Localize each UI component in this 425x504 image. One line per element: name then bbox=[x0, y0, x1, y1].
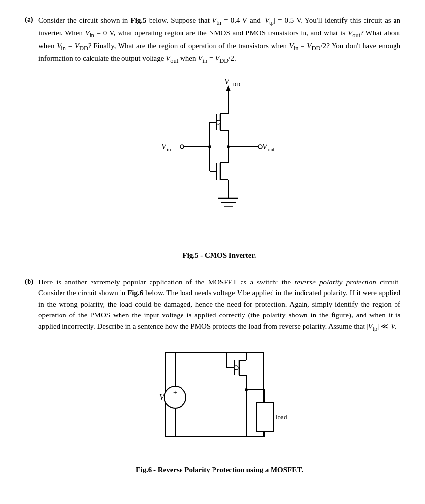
fig5-svg: V DD bbox=[141, 75, 298, 243]
problem-b-label: (b) bbox=[25, 277, 36, 285]
problem-a-text: Consider the circuit shown in Fig.5 belo… bbox=[38, 15, 400, 65]
fig6-caption: Fig.6 - Reverse Polarity Protection usin… bbox=[38, 464, 400, 475]
problem-a: (a) Consider the circuit shown in Fig.5 … bbox=[25, 15, 400, 272]
load-junction bbox=[245, 388, 248, 391]
problem-b-text: Here is another extremely popular applic… bbox=[38, 277, 400, 334]
vin-terminal bbox=[180, 145, 184, 149]
load-component bbox=[256, 402, 273, 432]
vout-terminal bbox=[258, 145, 262, 149]
fig5-caption: Fig.5 - CMOS Inverter. bbox=[38, 250, 400, 261]
output-dot bbox=[227, 145, 230, 148]
input-junction bbox=[208, 145, 211, 148]
vout-sub: out bbox=[268, 146, 274, 152]
fig6-caption-bold: Fig.6 bbox=[136, 466, 152, 473]
problem-a-label: (a) bbox=[25, 15, 36, 24]
fig6-container: + − V bbox=[38, 343, 400, 475]
fig6-caption-text: - Reverse Polarity Protection using a MO… bbox=[152, 466, 303, 473]
battery-plus: + bbox=[173, 389, 177, 396]
pmos2-bubble bbox=[234, 366, 238, 370]
battery-minus: − bbox=[173, 396, 177, 404]
problem-b: (b) Here is another extremely popular ap… bbox=[25, 277, 400, 485]
vdd-arrow-head bbox=[226, 85, 231, 91]
fig5-caption-bold: Fig.5 bbox=[182, 252, 198, 259]
problem-b-content: Here is another extremely popular applic… bbox=[38, 277, 400, 485]
fig5-caption-text: - CMOS Inverter. bbox=[199, 252, 256, 259]
problem-a-content: Consider the circuit shown in Fig.5 belo… bbox=[38, 15, 400, 272]
fig5-container: V DD bbox=[38, 75, 400, 262]
vin-sub: in bbox=[167, 146, 171, 152]
fig6-svg: + − V bbox=[136, 343, 303, 456]
vdd-label: V bbox=[224, 77, 230, 86]
vdd-sub: DD bbox=[232, 81, 240, 87]
pmos-bubble bbox=[216, 120, 220, 124]
load-label: load bbox=[276, 413, 287, 421]
